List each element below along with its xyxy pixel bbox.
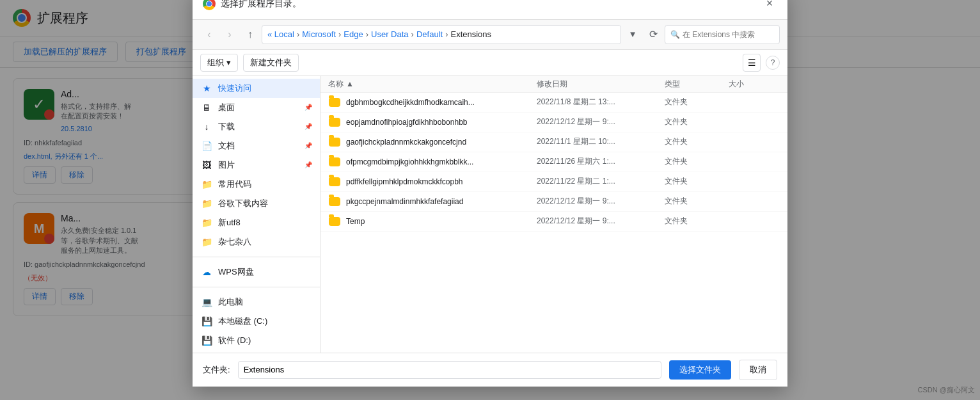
sidebar-item-this-pc[interactable]: 💻 此电脑 xyxy=(193,292,320,312)
file-row-3[interactable]: gaofjichckpladnnmkckakgoncefcjnd 2022/11… xyxy=(320,132,787,152)
new-folder-button[interactable]: 新建文件夹 xyxy=(243,54,299,72)
sidebar-item-documents-label: 文档 xyxy=(218,140,235,152)
nav-search-bar[interactable]: 🔍 xyxy=(665,25,780,44)
file-row-5[interactable]: pdffkfellgipmhklpdmokmckkfcopbh 2022/11/… xyxy=(320,172,787,192)
sidebar-item-desktop[interactable]: 🖥 桌面 📌 xyxy=(193,98,320,117)
modal-sidebar: ★ 快速访问 🖥 桌面 📌 ↓ 下载 📌 📄 xyxy=(193,76,320,353)
modal-toolbar: 组织 ▾ 新建文件夹 ☰ ? xyxy=(193,50,787,76)
sidebar-item-quick-access[interactable]: ★ 快速访问 xyxy=(193,79,320,98)
nav-path-item-local[interactable]: « Local xyxy=(267,29,294,39)
nav-path-item-edge[interactable]: Edge xyxy=(344,29,363,39)
file-type-3: 文件夹 xyxy=(665,136,729,147)
modal-overlay: 选择扩展程序目录。 × ‹ › ↑ « Local › Microsoft › … xyxy=(0,0,980,400)
file-date-5: 2022/11/22 星期二 1:... xyxy=(537,176,665,187)
modal-title-text: 选择扩展程序目录。 xyxy=(221,0,757,10)
common-code-icon: 📁 xyxy=(200,178,213,191)
nav-path-item-extensions[interactable]: Extensions xyxy=(450,29,491,39)
sidebar-item-new-utf8-label: 新utf8 xyxy=(218,217,241,228)
sidebar-item-new-utf8[interactable]: 📁 新utf8 xyxy=(193,213,320,232)
desktop-icon: 🖥 xyxy=(200,101,213,114)
cancel-button[interactable]: 取消 xyxy=(739,360,777,380)
nav-path-item-default[interactable]: Default xyxy=(416,29,443,39)
view-toggle-button[interactable]: ☰ xyxy=(743,54,761,72)
file-row-1[interactable]: dgbhmbogkcdheijkkdmfhodkamcaih... 2022/1… xyxy=(320,93,787,113)
pictures-pin-icon: 📌 xyxy=(304,161,312,168)
wps-icon: ☁ xyxy=(200,266,213,278)
sidebar-item-software-d-label: 软件 (D:) xyxy=(218,335,251,346)
file-name-7: Temp xyxy=(346,217,537,226)
nav-up-button[interactable]: ↑ xyxy=(241,26,259,44)
sidebar-item-documents[interactable]: 📄 文档 📌 xyxy=(193,136,320,156)
sidebar-item-local-disk-c[interactable]: 💾 本地磁盘 (C:) xyxy=(193,312,320,331)
sidebar-item-local-disk-c-label: 本地磁盘 (C:) xyxy=(218,316,267,327)
pictures-icon: 🖼 xyxy=(200,159,213,172)
file-row-7[interactable]: Temp 2022/12/12 星期一 9:... 文件夹 xyxy=(320,212,787,232)
documents-pin-icon: 📌 xyxy=(304,142,312,149)
sidebar-item-google-download[interactable]: 📁 谷歌下载内容 xyxy=(193,194,320,213)
sidebar-item-pictures[interactable]: 🖼 图片 📌 xyxy=(193,156,320,175)
modal-close-button[interactable]: × xyxy=(762,0,777,12)
sidebar-item-downloads[interactable]: ↓ 下载 📌 xyxy=(193,117,320,136)
google-download-icon: 📁 xyxy=(200,197,213,210)
sidebar-item-pictures-label: 图片 xyxy=(218,159,235,171)
downloads-icon: ↓ xyxy=(200,120,213,133)
nav-back-button[interactable]: ‹ xyxy=(200,26,218,44)
footer-label: 文件夹: xyxy=(203,364,230,376)
file-date-2: 2022/12/12 星期一 9:... xyxy=(537,116,665,127)
file-type-5: 文件夹 xyxy=(665,176,729,187)
file-date-7: 2022/12/12 星期一 9:... xyxy=(537,216,665,227)
col-header-type[interactable]: 类型 xyxy=(665,79,729,90)
sidebar-item-downloads-label: 下载 xyxy=(218,121,235,132)
folder-icon-1 xyxy=(328,96,341,109)
sidebar-item-misc[interactable]: 📁 杂七杂八 xyxy=(193,232,320,252)
file-name-3: gaofjichckpladnnmkckakgoncefcjnd xyxy=(346,138,537,147)
local-disk-c-icon: 💾 xyxy=(200,315,213,328)
col-header-date[interactable]: 修改日期 xyxy=(537,79,665,90)
organize-button[interactable]: 组织 ▾ xyxy=(200,54,238,72)
modal-chrome-logo-icon xyxy=(203,0,216,10)
file-name-4: ofpmcgmdbimpjkgiohhkkhgmkbblkk... xyxy=(346,157,537,166)
file-name-6: pkgccpejnmalmdinmhkkfafefagiiad xyxy=(346,197,537,206)
select-folder-button[interactable]: 选择文件夹 xyxy=(669,360,731,380)
sidebar-item-misc-label: 杂七杂八 xyxy=(218,236,251,248)
modal-nav-bar: ‹ › ↑ « Local › Microsoft › Edge › User … xyxy=(193,20,787,50)
footer-folder-input[interactable] xyxy=(238,361,661,379)
nav-path-item-userdata[interactable]: User Data xyxy=(371,29,409,39)
sidebar-divider-2 xyxy=(193,287,320,287)
sidebar-item-software-d[interactable]: 💾 软件 (D:) xyxy=(193,331,320,350)
new-utf8-icon: 📁 xyxy=(200,216,213,229)
sidebar-item-wps[interactable]: ☁ WPS网盘 xyxy=(193,262,320,282)
file-picker-modal: 选择扩展程序目录。 × ‹ › ↑ « Local › Microsoft › … xyxy=(193,0,787,387)
col-header-name[interactable]: 名称 ▲ xyxy=(328,79,537,90)
file-name-5: pdffkfellgipmhklpdmokmckkfcopbh xyxy=(346,177,537,186)
nav-search-input[interactable] xyxy=(683,30,774,39)
file-row-2[interactable]: eopjamdnofihpioajgfdikhhbobonhbb 2022/12… xyxy=(320,113,787,132)
file-type-6: 文件夹 xyxy=(665,196,729,207)
nav-path-item-microsoft[interactable]: Microsoft xyxy=(302,29,336,39)
downloads-pin-icon: 📌 xyxy=(304,123,312,130)
file-type-2: 文件夹 xyxy=(665,116,729,127)
sidebar-wps-section: ☁ WPS网盘 xyxy=(193,260,320,284)
sidebar-quick-access-section: ★ 快速访问 🖥 桌面 📌 ↓ 下载 📌 📄 xyxy=(193,76,320,254)
modal-body: ★ 快速访问 🖥 桌面 📌 ↓ 下载 📌 📄 xyxy=(193,76,787,353)
misc-icon: 📁 xyxy=(200,236,213,248)
modal-footer: 文件夹: 选择文件夹 取消 xyxy=(193,353,787,387)
modal-file-list: 名称 ▲ 修改日期 类型 大小 dgbhmbogkcdheijkkdmfhodk… xyxy=(320,76,787,353)
sidebar-item-desktop-label: 桌面 xyxy=(218,102,235,113)
file-row-6[interactable]: pkgccpejnmalmdinmhkkfafefagiiad 2022/12/… xyxy=(320,192,787,212)
sidebar-item-this-pc-label: 此电脑 xyxy=(218,296,243,308)
file-date-1: 2022/11/8 星期二 13:... xyxy=(537,97,665,108)
sidebar-this-pc-section: 💻 此电脑 💾 本地磁盘 (C:) 💾 软件 (D:) xyxy=(193,290,320,353)
file-type-7: 文件夹 xyxy=(665,216,729,227)
modal-title-bar: 选择扩展程序目录。 × xyxy=(193,0,787,20)
nav-path-dropdown-button[interactable]: ▼ xyxy=(624,26,642,44)
nav-search-icon: 🔍 xyxy=(670,30,680,39)
sidebar-item-common-code[interactable]: 📁 常用代码 xyxy=(193,175,320,194)
nav-forward-button[interactable]: › xyxy=(221,26,239,44)
nav-refresh-button[interactable]: ⟳ xyxy=(644,26,662,44)
col-header-size[interactable]: 大小 xyxy=(729,79,780,90)
help-button[interactable]: ? xyxy=(766,56,780,70)
file-row-4[interactable]: ofpmcgmdbimpjkgiohhkkhgmkbblkk... 2022/1… xyxy=(320,152,787,172)
folder-icon-6 xyxy=(328,195,341,208)
sidebar-divider-1 xyxy=(193,257,320,257)
